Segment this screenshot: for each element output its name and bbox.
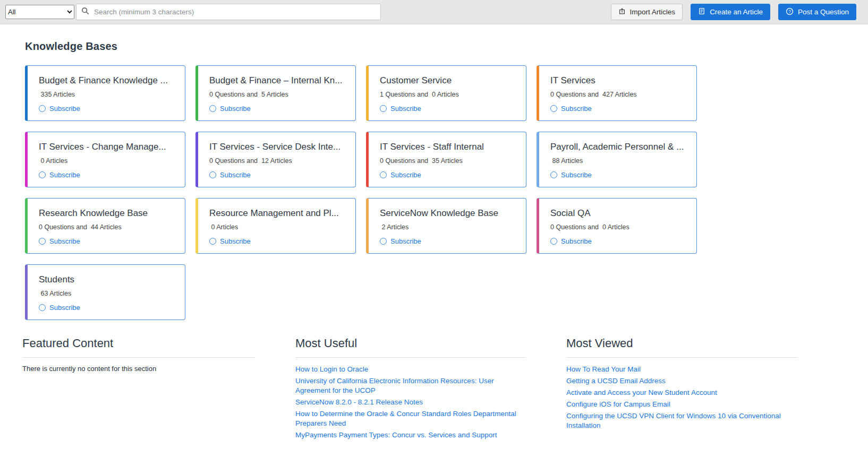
subscribe-link[interactable]: Subscribe (550, 237, 592, 245)
question-circle-icon: ? (786, 7, 794, 17)
subscribe-link[interactable]: Subscribe (39, 105, 80, 113)
subscribe-link[interactable]: Subscribe (209, 237, 251, 245)
page-title: Knowledge Bases (25, 40, 868, 53)
subscribe-label: Subscribe (49, 237, 80, 245)
subscribe-link[interactable]: Subscribe (39, 304, 80, 312)
knowledge-base-title: IT Services - Staff Internal (380, 142, 520, 152)
article-link[interactable]: Activate and Access your New Student Acc… (566, 389, 717, 396)
most-viewed-list: How To Read Your Mail Getting a UCSD Ema… (566, 364, 798, 430)
knowledge-base-card[interactable]: Payroll, Academic Personnel & ... 88 Art… (537, 132, 697, 187)
subscribe-label: Subscribe (220, 105, 251, 113)
knowledge-base-card[interactable]: IT Services - Staff Internal 0 Questions… (366, 132, 526, 187)
subscribe-radio-icon (380, 238, 387, 245)
knowledge-base-count: 1 Questions and 0 Articles (380, 91, 520, 98)
subscribe-label: Subscribe (49, 105, 80, 113)
list-item: Configuring the UCSD VPN Client for Wind… (566, 411, 798, 430)
article-link[interactable]: How To Read Your Mail (566, 365, 641, 373)
knowledge-base-filter-select[interactable]: All (5, 5, 74, 19)
knowledge-base-card[interactable]: Customer Service 1 Questions and 0 Artic… (366, 65, 526, 121)
list-item: Activate and Access your New Student Acc… (566, 387, 798, 397)
knowledge-base-card[interactable]: IT Services 0 Questions and 427 Articles… (537, 65, 697, 121)
knowledge-base-card[interactable]: Resource Management and Pl... 0 Articles… (195, 198, 356, 254)
subscribe-link[interactable]: Subscribe (39, 237, 80, 245)
knowledge-base-title: ServiceNow Knowledge Base (380, 208, 520, 219)
article-document-icon (698, 7, 705, 16)
subscribe-link[interactable]: Subscribe (380, 105, 421, 113)
subscribe-link[interactable]: Subscribe (209, 105, 251, 113)
knowledge-base-count: 63 Articles (39, 290, 178, 297)
post-question-label: Post a Question (798, 8, 849, 16)
knowledge-base-title: Budget & Finance – Internal Kn... (209, 75, 349, 86)
article-link[interactable]: Configuring the UCSD VPN Client for Wind… (566, 412, 781, 429)
article-link[interactable]: University of California Electronic Info… (295, 377, 494, 394)
knowledge-base-card[interactable]: IT Services - Service Desk Inte... 0 Que… (195, 132, 356, 187)
list-item: University of California Electronic Info… (295, 376, 526, 395)
list-item: MyPayments Payment Types: Concur vs. Ser… (295, 430, 526, 439)
search-input[interactable] (93, 7, 376, 16)
knowledge-base-card[interactable]: Social QA 0 Questions and 0 Articles Sub… (537, 198, 697, 254)
knowledge-base-title: Budget & Finance Knowledge ... (39, 75, 178, 86)
subscribe-link[interactable]: Subscribe (380, 237, 421, 245)
subscribe-label: Subscribe (561, 237, 592, 245)
subscribe-radio-icon (380, 105, 387, 112)
knowledge-base-card[interactable]: Budget & Finance – Internal Kn... 0 Ques… (195, 65, 356, 121)
most-useful-list: How to Login to Oracle University of Cal… (295, 364, 526, 439)
list-item: How to Determine the Oracle & Concur Sta… (295, 409, 526, 428)
article-link[interactable]: MyPayments Payment Types: Concur vs. Ser… (295, 431, 497, 439)
search-icon (81, 7, 89, 17)
create-article-button[interactable]: Create an Article (691, 4, 770, 20)
knowledge-base-title: Resource Management and Pl... (209, 208, 349, 219)
subscribe-radio-icon (550, 238, 557, 245)
article-link[interactable]: ServiceNow 8.2.0 - 8.2.1 Release Notes (295, 398, 423, 406)
knowledge-base-card[interactable]: Students 63 Articles Subscribe (25, 264, 185, 320)
list-item: Getting a UCSD Email Address (566, 376, 798, 385)
knowledge-base-count: 0 Questions and 35 Articles (380, 157, 520, 165)
subscribe-label: Subscribe (220, 237, 251, 245)
knowledge-base-title: Students (39, 274, 178, 285)
knowledge-base-count: 0 Articles (209, 223, 349, 231)
subscribe-label: Subscribe (561, 105, 592, 113)
subscribe-radio-icon (209, 105, 216, 112)
knowledge-base-title: IT Services - Change Manage... (39, 142, 178, 152)
subscribe-label: Subscribe (220, 171, 251, 179)
subscribe-radio-icon (39, 105, 46, 112)
subscribe-link[interactable]: Subscribe (550, 171, 592, 179)
article-link[interactable]: How to Login to Oracle (295, 365, 368, 373)
subscribe-link[interactable]: Subscribe (380, 171, 421, 179)
featured-content-title: Featured Content (22, 337, 255, 358)
knowledge-base-card[interactable]: ServiceNow Knowledge Base 2 Articles Sub… (366, 198, 526, 254)
article-link[interactable]: Configure iOS for Campus Email (566, 400, 670, 408)
article-link[interactable]: Getting a UCSD Email Address (566, 377, 666, 385)
knowledge-base-card[interactable]: IT Services - Change Manage... 0 Article… (25, 132, 185, 187)
subscribe-label: Subscribe (561, 171, 592, 179)
article-link[interactable]: How to Determine the Oracle & Concur Sta… (295, 410, 516, 427)
subscribe-link[interactable]: Subscribe (550, 105, 592, 113)
topbar: All Import Articles (0, 0, 868, 24)
post-question-button[interactable]: ? Post a Question (778, 4, 856, 20)
knowledge-base-card[interactable]: Budget & Finance Knowledge ... 335 Artic… (25, 65, 185, 121)
import-icon (618, 7, 626, 16)
subscribe-radio-icon (209, 238, 216, 245)
list-item: Configure iOS for Campus Email (566, 399, 798, 409)
subscribe-radio-icon (39, 304, 46, 311)
subscribe-label: Subscribe (390, 105, 421, 113)
featured-content-section: Featured Content There is currently no c… (22, 337, 255, 373)
subscribe-label: Subscribe (390, 171, 421, 179)
knowledge-base-count: 88 Articles (550, 157, 690, 165)
subscribe-link[interactable]: Subscribe (39, 171, 80, 179)
knowledge-base-count: 0 Questions and 0 Articles (550, 223, 690, 231)
most-viewed-title: Most Viewed (566, 337, 798, 358)
list-item: How To Read Your Mail (566, 364, 798, 374)
most-useful-section: Most Useful How to Login to Oracle Unive… (295, 337, 526, 442)
create-article-label: Create an Article (710, 8, 763, 16)
subscribe-link[interactable]: Subscribe (209, 171, 251, 179)
knowledge-base-grid: Budget & Finance Knowledge ... 335 Artic… (25, 65, 868, 320)
knowledge-base-count: 2 Articles (380, 223, 520, 231)
list-item: How to Login to Oracle (295, 364, 526, 374)
import-articles-button[interactable]: Import Articles (611, 4, 683, 20)
subscribe-label: Subscribe (49, 304, 80, 312)
subscribe-label: Subscribe (390, 237, 421, 245)
knowledge-base-card[interactable]: Research Knowledge Base 0 Questions and … (25, 198, 185, 254)
knowledge-base-count: 0 Articles (39, 157, 178, 165)
import-articles-label: Import Articles (630, 8, 676, 16)
